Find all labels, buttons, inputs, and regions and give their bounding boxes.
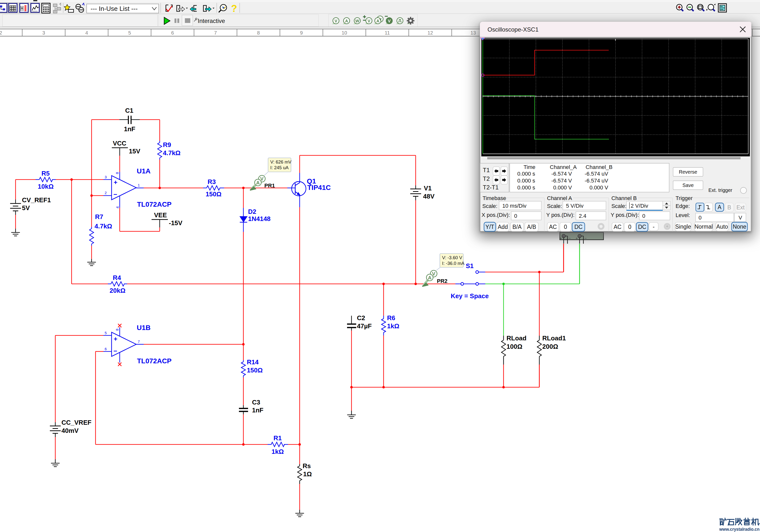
svg-text:0.000 s: 0.000 s — [517, 185, 535, 191]
svg-text:4: 4 — [85, 30, 88, 35]
svg-text:Channel_B: Channel_B — [586, 164, 613, 170]
svg-text:2 V/Div: 2 V/Div — [631, 203, 648, 209]
svg-text:Scale:: Scale: — [547, 203, 562, 209]
svg-text:13: 13 — [470, 30, 476, 35]
svg-text:5: 5 — [128, 30, 131, 35]
svg-text:C2: C2 — [357, 314, 365, 322]
svg-text:150Ω: 150Ω — [206, 191, 221, 198]
svg-text:I: 245 uA: I: 245 uA — [270, 165, 289, 170]
svg-text:C3: C3 — [252, 399, 260, 406]
svg-text:Scale:: Scale: — [482, 203, 498, 209]
svg-text:U1A: U1A — [137, 167, 151, 175]
svg-text:T2: T2 — [483, 175, 490, 182]
svg-text:Channel B: Channel B — [611, 195, 637, 201]
svg-text:TL072ACP: TL072ACP — [137, 357, 171, 365]
svg-text:1nF: 1nF — [252, 407, 263, 414]
svg-text:X pos.(Div):: X pos.(Div): — [482, 212, 510, 218]
svg-text:C1: C1 — [125, 107, 133, 114]
svg-text:−: − — [585, 236, 587, 240]
svg-text:B/A: B/A — [512, 224, 522, 230]
svg-text:VCC: VCC — [113, 140, 126, 147]
svg-text:7: 7 — [138, 339, 140, 343]
svg-text:Level:: Level: — [676, 212, 690, 218]
svg-text:9: 9 — [300, 30, 303, 35]
svg-text:AC: AC — [549, 224, 557, 230]
svg-text:S1: S1 — [466, 262, 474, 270]
svg-text:Y pos.(Div):: Y pos.(Div): — [611, 212, 639, 218]
svg-text:PR1: PR1 — [264, 183, 275, 189]
svg-text:20kΩ: 20kΩ — [110, 287, 125, 294]
svg-text:R14: R14 — [247, 358, 259, 366]
svg-text:A: A — [376, 19, 379, 23]
svg-text:DC: DC — [638, 224, 646, 230]
svg-text:15V: 15V — [129, 148, 140, 155]
svg-text:-6.574 uV: -6.574 uV — [585, 178, 608, 184]
svg-text:0: 0 — [698, 215, 701, 221]
svg-text:R6: R6 — [387, 314, 395, 322]
svg-text:2.4: 2.4 — [579, 213, 587, 219]
svg-text:47µF: 47µF — [357, 322, 372, 330]
svg-text:0.000 s: 0.000 s — [517, 178, 535, 184]
svg-text:0: 0 — [628, 224, 631, 230]
svg-text:3: 3 — [42, 30, 45, 35]
svg-text:V: -3.60 V: V: -3.60 V — [442, 255, 462, 260]
svg-text:Key = Space: Key = Space — [451, 292, 489, 300]
svg-text:?: ? — [231, 3, 237, 14]
svg-text:+: + — [114, 335, 117, 342]
svg-text:Time: Time — [524, 164, 535, 170]
svg-text:R1: R1 — [273, 434, 282, 442]
svg-text:6: 6 — [171, 30, 174, 35]
svg-text:4: 4 — [115, 206, 119, 208]
svg-text:10: 10 — [342, 30, 347, 35]
svg-text:V: 626 mV: V: 626 mV — [270, 159, 292, 164]
svg-text:V: V — [334, 19, 337, 23]
svg-text:CV_REF1: CV_REF1 — [22, 196, 51, 204]
svg-text:W: W — [355, 19, 359, 23]
svg-text:4.7kΩ: 4.7kΩ — [163, 149, 180, 156]
svg-text:R7: R7 — [95, 213, 103, 220]
svg-text:-: - — [653, 223, 655, 230]
svg-text:TL072ACP: TL072ACP — [137, 200, 171, 208]
svg-text:A: A — [345, 19, 348, 23]
svg-text:Rs: Rs — [303, 462, 311, 469]
svg-text:TIP41C: TIP41C — [307, 184, 331, 191]
svg-text:2: 2 — [105, 191, 107, 195]
svg-text:www.crystalradio.cn: www.crystalradio.cn — [719, 527, 760, 532]
svg-text:6: 6 — [105, 347, 107, 351]
svg-text:Single: Single — [675, 223, 691, 230]
svg-text:1N4148: 1N4148 — [248, 215, 270, 222]
svg-text:B: B — [728, 204, 731, 211]
svg-text:RLoad1: RLoad1 — [542, 334, 566, 342]
svg-text:V: V — [367, 19, 370, 23]
svg-text:+: + — [560, 236, 562, 240]
svg-text:+: + — [114, 179, 117, 186]
svg-text:U1B: U1B — [137, 324, 151, 332]
svg-text:R4: R4 — [113, 274, 121, 282]
svg-text:10kΩ: 10kΩ — [38, 183, 54, 190]
svg-text:−: − — [113, 191, 117, 198]
svg-text:Add: Add — [498, 224, 508, 230]
svg-text:48V: 48V — [423, 193, 435, 200]
svg-text:1Ω: 1Ω — [303, 470, 312, 478]
svg-text:R5: R5 — [41, 170, 50, 177]
svg-text:RLoad: RLoad — [506, 334, 527, 342]
svg-text:Scale:: Scale: — [611, 203, 627, 209]
svg-text:AC: AC — [614, 224, 622, 230]
svg-text:1kΩ: 1kΩ — [271, 448, 284, 455]
svg-text:Y/T: Y/T — [486, 224, 495, 230]
svg-text:10 ms/Div: 10 ms/Div — [502, 203, 527, 209]
svg-text:11: 11 — [385, 30, 390, 35]
svg-text:−: − — [113, 347, 117, 355]
svg-text:T1: T1 — [483, 167, 490, 173]
svg-text:V: V — [388, 19, 391, 23]
svg-text:0: 0 — [564, 224, 567, 230]
svg-text:0.000 V: 0.000 V — [590, 185, 608, 191]
svg-text:I: -36.0 mA: I: -36.0 mA — [442, 261, 464, 266]
svg-text:150Ω: 150Ω — [247, 367, 262, 374]
svg-text:VEE: VEE — [154, 211, 167, 219]
svg-text:A: A — [428, 275, 431, 281]
svg-text:CC_VREF: CC_VREF — [62, 419, 91, 426]
svg-text:100Ω: 100Ω — [506, 343, 522, 350]
svg-text:0.000 V: 0.000 V — [553, 185, 572, 191]
svg-text:200Ω: 200Ω — [542, 343, 558, 350]
